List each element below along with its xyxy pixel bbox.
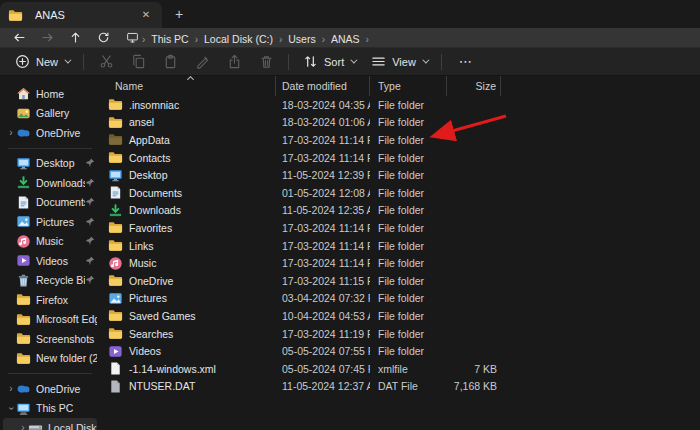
table-row-contacts[interactable]: Contacts 17-03-2024 11:14 PM File folder [100,149,700,167]
sidebar-item-local-disk-c[interactable]: ›Local Disk (C:) [3,418,97,430]
sidebar-item-downloads[interactable]: Downloads [3,173,97,193]
sidebar-item-music[interactable]: Music [3,232,97,252]
sidebar-item-pictures[interactable]: Pictures [3,212,97,232]
chevron-down-icon [422,57,429,64]
column-header-type[interactable]: Type [370,76,447,96]
sidebar-item-label: This PC [36,402,97,414]
sidebar-item-firefox[interactable]: Firefox [3,290,97,310]
table-row-documents[interactable]: Documents 01-05-2024 12:08 AM File folde… [100,184,700,202]
folder-icon [108,326,123,341]
sidebar-item-videos[interactable]: Videos [3,251,97,271]
sidebar-item-desktop[interactable]: Desktop [3,154,97,174]
file-date-modified: 17-03-2024 11:14 PM [276,257,370,269]
sidebar-item-home[interactable]: Home [3,84,97,104]
breadcrumb-item-users[interactable]: Users [283,33,320,45]
sidebar-item-microsoft-edge[interactable]: Microsoft Edge [3,310,97,330]
file-type: DAT File [370,380,447,392]
view-button-label: View [392,56,416,68]
explorer-tab[interactable]: ANAS ✕ [0,2,162,28]
table-row-searches[interactable]: Searches 17-03-2024 11:19 PM File folder [100,325,700,343]
forward-button[interactable] [34,29,60,47]
breadcrumb-items: ›This PC›Local Disk (C:)›Users›ANAS› [141,29,370,47]
sidebar-item-label: OneDrive [36,127,97,139]
table-row-1-14-windows-xml[interactable]: -1.14-windows.xml 05-05-2024 07:45 PM xm… [100,360,700,378]
see-more-button[interactable]: ⋯ [449,54,483,69]
file-type: File folder [370,345,447,357]
folder-icon [108,273,123,288]
file-name: Favorites [129,222,172,234]
back-button[interactable] [6,29,32,47]
sidebar-item-documents[interactable]: Documents [3,193,97,213]
sidebar-item-onedrive[interactable]: ›OneDrive [3,379,97,399]
breadcrumb-item-anas[interactable]: ANAS [326,33,365,45]
breadcrumb-item-this-pc[interactable]: This PC [146,33,193,45]
view-icon [371,54,386,69]
pin-icon [85,197,95,207]
column-header-date-modified[interactable]: Date modified [276,76,370,96]
new-tab-button[interactable]: + [168,4,190,26]
table-row-appdata[interactable]: AppData 17-03-2024 11:14 PM File folder [100,131,700,149]
new-button[interactable]: New [8,51,76,73]
sidebar-item-this-pc[interactable]: ›This PC [3,399,97,419]
tab-close-icon[interactable]: ✕ [138,7,154,23]
table-row-ntuser-dat[interactable]: NTUSER.DAT 11-05-2024 12:37 AM DAT File … [100,378,700,396]
music-icon [108,256,123,271]
expand-chevron-icon[interactable]: › [6,127,16,138]
new-button-label: New [36,56,58,68]
table-row-music[interactable]: Music 17-03-2024 11:14 PM File folder [100,254,700,272]
file-type: File folder [370,257,447,269]
table-row-ansel[interactable]: ansel 18-03-2024 01:06 AM File folder [100,114,700,132]
table-row-onedrive[interactable]: OneDrive 17-03-2024 11:15 PM File folder [100,272,700,290]
table-row-desktop[interactable]: Desktop 11-05-2024 12:39 PM File folder [100,166,700,184]
navigation-sidebar: HomeGallery›OneDriveDesktopDownloadsDocu… [0,76,100,430]
table-row-pictures[interactable]: Pictures 03-04-2024 07:32 PM File folder [100,290,700,308]
file-type: File folder [370,169,447,181]
view-button[interactable]: View [364,51,434,73]
sidebar-item-new-folder-2[interactable]: New folder (2) [3,349,97,369]
expand-chevron-icon[interactable]: › [6,403,17,413]
file-type: File folder [370,310,447,322]
sidebar-item-screenshots[interactable]: Screenshots [3,329,97,349]
folder-icon [108,150,123,165]
breadcrumb-separator: › [365,34,370,45]
sidebar-item-recycle-bin[interactable]: Recycle Bin [3,271,97,291]
table-row-insomniac[interactable]: .insomniac 18-03-2024 04:35 AM File fold… [100,96,700,114]
titlebar: ANAS ✕ + [0,0,700,28]
new-icon [15,54,30,69]
sidebar-item-onedrive[interactable]: ›OneDrive [3,123,97,143]
pin-icon [85,236,95,246]
column-header-name[interactable]: Name [100,76,276,96]
expand-chevron-icon[interactable]: › [18,422,28,430]
toolbar: New Sort [0,48,700,76]
table-row-favorites[interactable]: Favorites 17-03-2024 11:14 PM File folde… [100,219,700,237]
cut-button[interactable] [91,51,121,73]
table-row-downloads[interactable]: Downloads 11-05-2024 12:35 AM File folde… [100,202,700,220]
this-pc-icon [126,31,139,44]
table-row-videos[interactable]: Videos 05-05-2024 07:55 PM File folder [100,342,700,360]
file-name: ansel [129,116,154,128]
folder-icon [108,115,123,130]
refresh-button[interactable] [90,29,116,47]
file-type: File folder [370,116,447,128]
file-name: NTUSER.DAT [129,380,195,392]
folder-icon [108,97,123,112]
table-row-saved-games[interactable]: Saved Games 10-04-2024 04:53 AM File fol… [100,307,700,325]
onedrive-icon [16,125,31,140]
sort-button-label: Sort [324,56,344,68]
file-name: Documents [129,187,182,199]
breadcrumb-item-local-disk-c[interactable]: Local Disk (C:) [199,33,278,45]
sidebar-item-gallery[interactable]: Gallery [3,104,97,124]
sidebar-item-label: Screenshots [36,333,97,345]
up-button[interactable] [62,29,88,47]
delete-button[interactable] [251,51,281,73]
paste-button[interactable] [155,51,185,73]
column-header-size[interactable]: Size [447,76,501,96]
rename-button[interactable] [187,51,217,73]
videos-icon [108,344,123,359]
share-button[interactable] [219,51,249,73]
sort-button[interactable]: Sort [296,51,362,73]
toolbar-divider [288,54,289,70]
table-row-links[interactable]: Links 17-03-2024 11:14 PM File folder [100,237,700,255]
expand-chevron-icon[interactable]: › [6,383,16,394]
copy-button[interactable] [123,51,153,73]
